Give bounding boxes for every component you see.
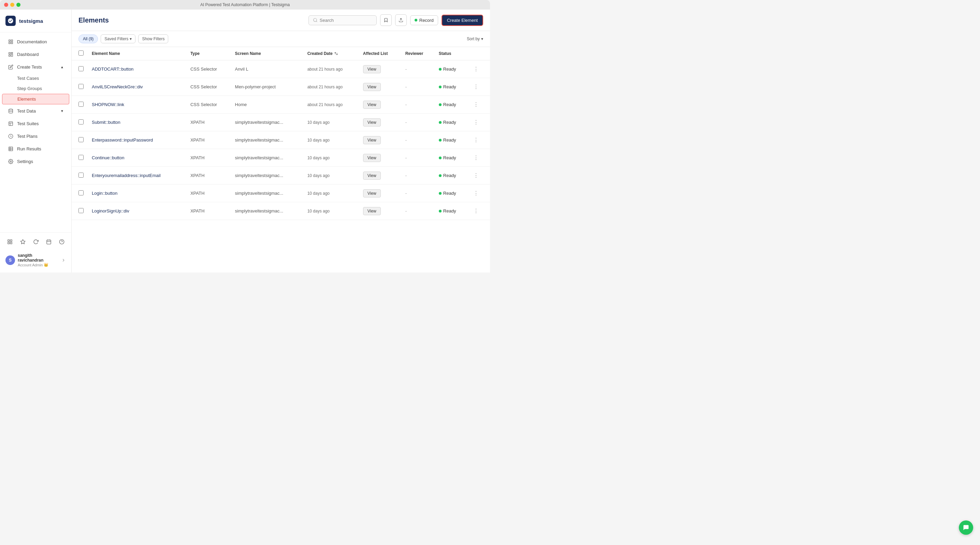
row-menu-button[interactable]: ⋮	[471, 207, 486, 216]
svg-rect-9	[8, 121, 12, 125]
row-status: Ready	[435, 184, 468, 202]
row-checkbox-cell	[72, 114, 88, 131]
export-icon	[399, 18, 403, 22]
record-button[interactable]: Record	[410, 15, 438, 25]
settings-icon	[8, 158, 14, 164]
th-checkbox	[72, 47, 88, 60]
row-checkbox[interactable]	[78, 155, 84, 160]
sort-by-button[interactable]: Sort by ▾	[467, 37, 483, 41]
nav-items: Documentation Dashboard	[0, 32, 71, 232]
view-button[interactable]: View	[363, 65, 381, 73]
sidebar-item-test-data[interactable]: Test Data ▼	[2, 105, 69, 117]
saved-filters-button[interactable]: Saved Filters ▾	[101, 35, 135, 43]
row-type: XPATH	[186, 131, 231, 149]
row-menu-button[interactable]: ⋮	[471, 100, 486, 109]
elements-table: Element Name Type Screen Name Created Da…	[72, 47, 490, 220]
row-actions-cell: ⋮	[467, 114, 490, 131]
all-tab[interactable]: All (9)	[78, 35, 98, 43]
sidebar-item-documentation[interactable]: Documentation	[2, 35, 69, 48]
sidebar-item-test-cases[interactable]: Test Cases	[2, 73, 69, 83]
select-all-checkbox[interactable]	[78, 51, 84, 56]
sidebar-item-label: Test Data	[17, 108, 36, 114]
table-row: Submit::button XPATH simplytraveltestsig…	[72, 114, 490, 131]
sidebar-item-dashboard[interactable]: Dashboard	[2, 48, 69, 60]
view-button[interactable]: View	[363, 83, 381, 91]
search-input[interactable]	[320, 18, 368, 23]
row-menu-button[interactable]: ⋮	[471, 64, 486, 74]
refresh-icon-btn[interactable]	[30, 236, 41, 248]
sidebar-item-settings[interactable]: Settings	[2, 155, 69, 167]
addon-icon-btn[interactable]	[17, 236, 29, 248]
status-dot	[439, 192, 442, 195]
sidebar-item-elements[interactable]: Elements	[2, 94, 69, 104]
sidebar: testsigma Documentation	[0, 10, 72, 272]
page-title: Elements	[78, 16, 109, 24]
row-menu-button[interactable]: ⋮	[471, 135, 486, 145]
row-checkbox-cell	[72, 78, 88, 96]
sidebar-item-run-results[interactable]: Run Results	[2, 143, 69, 155]
view-button[interactable]: View	[363, 136, 381, 144]
maximize-button[interactable]	[16, 3, 21, 7]
show-filters-label: Show Filters	[142, 37, 164, 41]
edit-icon	[8, 64, 14, 70]
minimize-button[interactable]	[10, 3, 14, 7]
row-reviewer: -	[401, 184, 435, 202]
bookmark-icon-btn[interactable]	[380, 14, 392, 26]
row-checkbox[interactable]	[78, 66, 84, 71]
table-body: ADDTOCART::button CSS Selector Anvil L a…	[72, 60, 490, 220]
view-button[interactable]: View	[363, 101, 381, 109]
calendar-icon-btn[interactable]	[43, 236, 55, 248]
svg-rect-17	[47, 240, 51, 244]
view-button[interactable]: View	[363, 189, 381, 197]
row-menu-button[interactable]: ⋮	[471, 153, 486, 162]
table-row: ADDTOCART::button CSS Selector Anvil L a…	[72, 60, 490, 78]
row-created-date: about 21 hours ago	[303, 78, 359, 96]
row-affected-list: View	[359, 149, 401, 167]
test-data-icon	[8, 108, 14, 114]
row-menu-button[interactable]: ⋮	[471, 82, 486, 91]
svg-rect-7	[11, 54, 12, 56]
row-screen-name: Home	[231, 96, 303, 114]
sidebar-item-step-groups[interactable]: Step Groups	[2, 84, 69, 94]
sidebar-item-test-suites[interactable]: Test Suites	[2, 117, 69, 130]
close-button[interactable]	[4, 3, 8, 7]
row-checkbox[interactable]	[78, 119, 84, 124]
view-button[interactable]: View	[363, 207, 381, 215]
row-checkbox[interactable]	[78, 190, 84, 195]
show-filters-button[interactable]: Show Filters	[138, 35, 168, 43]
row-element-name: Submit::button	[88, 114, 186, 131]
row-checkbox[interactable]	[78, 84, 84, 89]
help-icon-btn[interactable]	[56, 236, 68, 248]
view-button[interactable]: View	[363, 118, 381, 127]
integrations-icon-btn[interactable]	[4, 236, 16, 248]
sidebar-item-label: Test Plans	[17, 134, 38, 139]
row-screen-name: Men-polymer-project	[231, 78, 303, 96]
svg-rect-0	[8, 40, 10, 41]
sidebar-item-label: Settings	[17, 159, 33, 164]
row-type: XPATH	[186, 149, 231, 167]
export-icon-btn[interactable]	[395, 14, 407, 26]
test-plans-icon	[8, 133, 14, 139]
row-affected-list: View	[359, 78, 401, 96]
search-box[interactable]	[309, 15, 377, 25]
sidebar-item-test-plans[interactable]: Test Plans	[2, 130, 69, 142]
sidebar-item-create-tests[interactable]: Create Tests ▲	[2, 61, 69, 73]
row-checkbox[interactable]	[78, 173, 84, 178]
window-chrome: AI Powered Test Automation Platform | Te…	[0, 0, 490, 10]
row-status: Ready	[435, 131, 468, 149]
sidebar-item-label: Create Tests	[17, 64, 42, 70]
row-menu-button[interactable]: ⋮	[471, 189, 486, 198]
status-dot	[439, 139, 442, 141]
row-checkbox[interactable]	[78, 137, 84, 142]
view-button[interactable]: View	[363, 172, 381, 180]
logo-area: testsigma	[0, 10, 71, 32]
user-area[interactable]: S sangith ravichandran Account Admin 👑	[3, 251, 68, 269]
row-menu-button[interactable]: ⋮	[471, 118, 486, 127]
view-button[interactable]: View	[363, 154, 381, 162]
row-checkbox[interactable]	[78, 208, 84, 213]
row-checkbox[interactable]	[78, 102, 84, 107]
row-menu-button[interactable]: ⋮	[471, 171, 486, 180]
create-element-button[interactable]: Create Element	[442, 15, 483, 26]
bottom-icons	[3, 236, 68, 248]
row-affected-list: View	[359, 202, 401, 220]
